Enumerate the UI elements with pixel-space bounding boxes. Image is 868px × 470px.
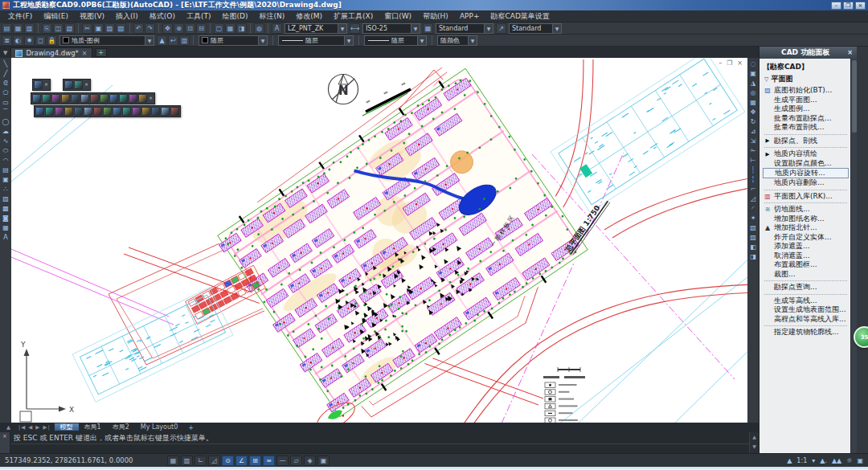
floating-palette-2[interactable]: ×	[63, 79, 91, 91]
palette-tool-icon[interactable]	[141, 107, 150, 116]
mirror-icon[interactable]: ◮	[748, 78, 758, 88]
copy-clip-icon[interactable]: ▣	[93, 23, 104, 34]
layer-off-icon[interactable]: ◻	[35, 35, 46, 46]
menu-item-14[interactable]: 勘察CAD菜单设置	[485, 11, 554, 22]
panel-item-23[interactable]: 裁图...	[763, 270, 849, 280]
osnap-toggle[interactable]: ⊙	[222, 456, 234, 466]
ellipse-arc-icon[interactable]: ◠	[1, 155, 10, 165]
annotation-scale-value[interactable]: 1:1	[796, 457, 807, 464]
panel-item-12[interactable]: 地质内容删除...	[763, 178, 849, 188]
tool-palettes-icon[interactable]: ◨	[236, 23, 247, 34]
explode-icon[interactable]: ✶	[748, 213, 758, 223]
chevron-down-icon[interactable]: ▼	[468, 36, 477, 45]
text-style-icon[interactable]: A	[272, 23, 282, 34]
tab-list-dropdown-icon[interactable]: ▼	[2, 50, 10, 58]
panel-section-planview[interactable]: ▽平面图	[763, 73, 849, 86]
layer-combo[interactable]: 地质-图例▼	[59, 35, 154, 46]
palette-tool-icon[interactable]	[64, 80, 73, 89]
plot-preview-icon[interactable]: ◫	[53, 23, 63, 34]
panel-item-20[interactable]: 添加遮盖...	[763, 242, 849, 251]
dim-style-icon[interactable]: ⟷	[350, 23, 360, 34]
region-icon[interactable]: ◙	[1, 213, 10, 223]
palette-close-icon[interactable]: ×	[148, 94, 154, 103]
settings-gear-icon[interactable]: ☼	[846, 457, 852, 464]
palette-tool-icon[interactable]	[100, 94, 108, 103]
dynamic-input-toggle[interactable]: ≡	[263, 456, 275, 466]
palette-tool-icon[interactable]	[71, 94, 80, 103]
undo-icon[interactable]: ↶	[133, 23, 144, 34]
floating-palette-4[interactable]	[34, 105, 181, 117]
panel-item-27[interactable]: 生成等高线...	[763, 296, 849, 306]
palette-tool-icon[interactable]	[55, 107, 63, 116]
panel-item-7[interactable]: ▶勘探点、剖线	[763, 137, 849, 146]
layer-lock-icon[interactable]: 🔒	[47, 35, 57, 46]
menu-item-7[interactable]: 绘图(D)	[217, 11, 252, 22]
palette-tool-icon[interactable]	[129, 94, 137, 103]
command-history-toggle-icon[interactable]: ▲▼	[749, 432, 759, 453]
gradient-icon[interactable]: ▩	[1, 203, 10, 213]
panel-item-9[interactable]: ▶地质内容填绘	[763, 149, 849, 159]
lineweight-combo[interactable]: 随层▼	[364, 35, 427, 46]
palette-tool-icon[interactable]	[34, 80, 43, 89]
palette-tool-icon[interactable]	[132, 107, 141, 116]
floating-palette-3[interactable]: ×	[31, 92, 155, 104]
selection-cycling-toggle[interactable]: ▣	[317, 456, 330, 466]
panel-item-11[interactable]: 地质内容旋转...	[763, 168, 849, 178]
add-layout-button[interactable]: +	[184, 424, 198, 431]
break-at-point-icon[interactable]: ┊	[748, 165, 758, 174]
break-icon[interactable]: ╎	[748, 174, 758, 184]
color-combo[interactable]: 随层▼	[199, 35, 268, 46]
offset-icon[interactable]: ◎	[748, 88, 758, 97]
palette-tool-icon[interactable]	[51, 94, 60, 103]
spline-icon[interactable]: ∿	[1, 136, 10, 145]
doc-restore-icon[interactable]: ❐	[727, 60, 732, 67]
menu-item-3[interactable]: 视图(V)	[75, 11, 109, 22]
command-input-line[interactable]	[10, 444, 749, 454]
polyline-icon[interactable]: ᘓ	[1, 78, 10, 88]
panel-item-5[interactable]: 批量布置剖线...	[763, 123, 849, 133]
draw-order-below-icon[interactable]: ◨	[748, 251, 758, 261]
make-block-icon[interactable]: ▣	[1, 174, 10, 184]
draw-order-back-icon[interactable]: ▨	[748, 232, 758, 242]
panel-item-29[interactable]: 高程点和等高线入库...	[763, 315, 849, 325]
menu-item-12[interactable]: 帮助(H)	[418, 11, 453, 22]
dim-style-combo[interactable]: ISO-25▼	[362, 23, 420, 34]
palette-tool-icon[interactable]	[113, 107, 121, 116]
zoom-previous-icon[interactable]: ⊟	[196, 23, 207, 34]
layer-previous-icon[interactable]: ↩	[168, 35, 178, 46]
layout-tab-布局1[interactable]: 布局1	[79, 423, 107, 431]
move-icon[interactable]: ✥	[748, 107, 758, 116]
save-file-icon[interactable]: ▥	[24, 23, 35, 34]
chevron-down-icon[interactable]: ▼	[338, 24, 346, 33]
panel-item-25[interactable]: 勘探点查询...	[763, 283, 849, 292]
panel-item-21[interactable]: 取消遮盖...	[763, 251, 849, 261]
rotate-icon[interactable]: ↻	[748, 116, 758, 126]
palette-tool-icon[interactable]	[161, 107, 170, 116]
zoom-realtime-icon[interactable]: ⊕	[174, 23, 184, 34]
design-center-icon[interactable]: ▦	[225, 23, 235, 34]
scale-icon[interactable]: ⊿	[748, 126, 758, 136]
menu-item-11[interactable]: 窗口(W)	[379, 11, 416, 22]
lineweight-display-toggle[interactable]: —	[276, 456, 289, 466]
arc-icon[interactable]: ⌒	[1, 107, 10, 116]
zoom-window-icon[interactable]: ⊡	[185, 23, 195, 34]
properties-icon[interactable]: ▢	[214, 23, 224, 34]
quick-properties-toggle[interactable]: ◈	[304, 456, 316, 466]
panel-item-28[interactable]: 设置生成地表面范围...	[763, 305, 849, 315]
annotation-visibility-icon[interactable]: ▲.	[820, 457, 827, 464]
sheet-set-icon[interactable]: ◍	[254, 23, 264, 34]
make-current-icon[interactable]: ▲	[157, 35, 167, 46]
snap-toggle[interactable]: ▥	[181, 456, 193, 466]
panel-item-18[interactable]: ▲增加指北针...	[763, 223, 849, 233]
menu-item-10[interactable]: 扩展工具(X)	[329, 11, 378, 22]
text-style-combo[interactable]: LZ_PNT_ZK▼	[285, 23, 347, 34]
panel-item-22[interactable]: 布置裁图框...	[763, 260, 849, 270]
chevron-down-icon[interactable]: ▼	[145, 36, 154, 45]
layer-states-icon[interactable]: ▥	[179, 35, 190, 46]
panel-item-16[interactable]: ≋切地面线...	[763, 205, 849, 215]
menu-item-2[interactable]: 编辑(E)	[39, 11, 73, 22]
doc-minimize-icon[interactable]: –	[719, 60, 722, 67]
floating-palette-1[interactable]: ×	[32, 79, 51, 91]
menu-item-4[interactable]: 插入(I)	[111, 11, 143, 22]
new-file-icon[interactable]: ▤	[2, 23, 12, 34]
